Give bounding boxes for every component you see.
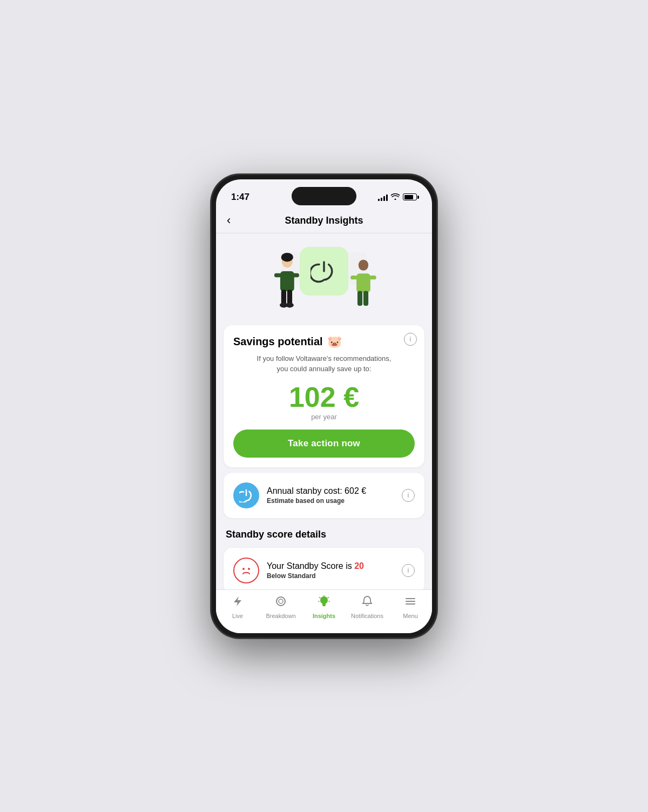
svg-point-9 [359,259,368,270]
score-card: Your Standby Score is 20 Below Standard … [224,548,424,589]
svg-line-22 [328,597,329,598]
bell-icon [361,595,373,610]
info-button-savings[interactable]: i [404,333,417,346]
battery-icon [403,193,417,200]
piggy-icon: 🐷 [327,335,342,349]
cost-sub-text: Estimate based on usage [267,497,394,505]
char-left [270,252,302,317]
nav-item-menu[interactable]: Menu [389,595,432,619]
svg-point-17 [276,597,285,606]
nav-label-notifications: Notifications [351,613,383,619]
power-circle-icon [233,482,259,508]
signal-icon [378,193,388,201]
info-button-cost[interactable]: i [402,489,415,502]
info-button-score[interactable]: i [402,564,415,577]
svg-rect-12 [369,276,376,279]
svg-point-1 [281,252,293,261]
score-sub-text: Below Standard [267,572,394,580]
standby-score-heading: Standby score details [216,524,432,542]
phone-screen: 1:47 [216,179,432,633]
nav-item-insights[interactable]: Insights [302,595,346,619]
score-texts: Your Standby Score is 20 Below Standard [267,561,394,580]
svg-rect-14 [363,291,368,306]
nav-item-notifications[interactable]: Notifications [346,595,389,619]
circle-icon [275,595,287,610]
score-main-text: Your Standby Score is 20 [267,561,394,571]
cost-card: Annual stanby cost: 602 € Estimate based… [224,473,424,518]
dynamic-island [292,187,356,205]
nav-label-menu: Menu [403,613,418,619]
char-right [348,258,378,317]
savings-card-title: Savings potential 🐷 [233,335,415,349]
hero-illustration [216,233,432,320]
svg-rect-19 [322,605,326,606]
svg-rect-5 [281,290,286,305]
svg-point-8 [286,303,294,307]
page-title: Standby Insights [285,215,363,226]
take-action-button[interactable]: Take action now [233,430,415,458]
back-button[interactable]: ‹ [227,213,231,227]
svg-point-16 [248,568,250,570]
app-header: ‹ Standby Insights [216,211,432,233]
svg-rect-11 [350,276,357,279]
home-indicator [216,629,432,633]
menu-icon [404,595,416,610]
svg-rect-10 [356,273,370,292]
savings-subtitle: If you follow Voltaware's recommendation… [233,353,415,374]
savings-card: i Savings potential 🐷 If you follow Volt… [224,325,424,467]
svg-rect-6 [287,290,292,305]
nav-item-breakdown[interactable]: Breakdown [259,595,302,619]
status-icons [378,193,417,202]
phone-wrapper: 1:47 [211,174,437,639]
nav-label-breakdown: Breakdown [266,613,295,619]
bulb-icon [318,595,330,610]
status-time: 1:47 [231,192,249,203]
phone-shell: 1:47 [211,174,437,639]
power-card [300,247,348,296]
nav-label-insights: Insights [313,613,335,619]
svg-rect-4 [291,273,299,277]
scroll-content[interactable]: i Savings potential 🐷 If you follow Volt… [216,233,432,589]
illustration-container [270,241,378,317]
nav-label-live: Live [232,613,243,619]
svg-point-15 [242,568,245,570]
svg-rect-13 [357,291,362,306]
lightning-icon [232,595,244,610]
cost-texts: Annual stanby cost: 602 € Estimate based… [267,486,394,505]
bottom-nav: Live Breakdown [216,589,432,629]
svg-point-18 [279,599,283,603]
nav-item-live[interactable]: Live [216,595,259,619]
sad-face-icon [233,558,259,583]
svg-line-21 [320,597,321,598]
savings-amount: 102 € [233,382,415,413]
cost-main-text: Annual stanby cost: 602 € [267,486,394,496]
wifi-icon [391,193,400,202]
savings-period: per year [233,413,415,421]
svg-rect-3 [274,273,281,277]
